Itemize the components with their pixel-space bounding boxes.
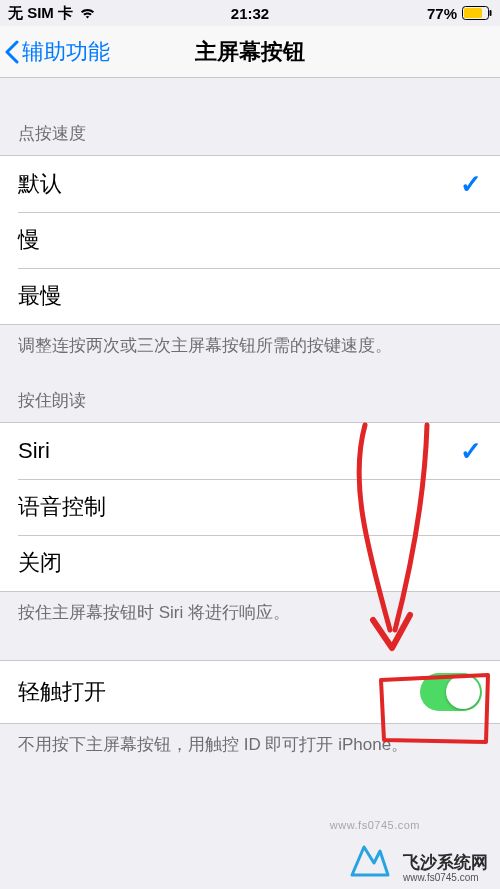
option-label: 语音控制 [18,492,106,522]
toggle-knob [446,675,480,709]
option-off[interactable]: 关闭 [0,535,500,591]
watermark-faint: www.fs0745.com [330,819,420,831]
time-label: 21:32 [231,5,269,22]
option-siri[interactable]: Siri ✓ [0,423,500,479]
rest-finger-toggle[interactable] [420,673,482,711]
wifi-icon [79,7,96,19]
svg-rect-2 [490,10,492,16]
rest-finger-label: 轻触打开 [18,677,106,707]
option-label: 默认 [18,169,62,199]
row-rest-finger: 轻触打开 [0,661,500,723]
watermark-brand-text: 飞沙系统网 [403,851,488,874]
option-label: Siri [18,438,50,464]
section-footer-rest-finger: 不用按下主屏幕按钮，用触控 ID 即可打开 iPhone。 [0,724,500,768]
checkmark-icon: ✓ [460,169,482,200]
option-label: 关闭 [18,548,62,578]
watermark-logo-icon [350,845,390,883]
group-press-hold: Siri ✓ 语音控制 关闭 [0,422,500,592]
carrier-label: 无 SIM 卡 [8,4,73,23]
checkmark-icon: ✓ [460,436,482,467]
battery-icon [462,6,492,20]
section-footer-press-hold: 按住主屏幕按钮时 Siri 将进行响应。 [0,592,500,636]
group-click-speed: 默认 ✓ 慢 最慢 [0,155,500,325]
svg-rect-1 [464,8,482,18]
section-footer-click-speed: 调整连按两次或三次主屏幕按钮所需的按键速度。 [0,325,500,369]
chevron-left-icon [4,40,20,64]
battery-percent: 77% [427,5,457,22]
option-label: 慢 [18,225,40,255]
watermark-url: www.fs0745.com [403,872,488,883]
watermark-brand: 飞沙系统网 www.fs0745.com [403,851,488,883]
back-button[interactable]: 辅助功能 [0,37,110,67]
option-slowest[interactable]: 最慢 [0,268,500,324]
option-slow[interactable]: 慢 [0,212,500,268]
option-voice-control[interactable]: 语音控制 [0,479,500,535]
back-label: 辅助功能 [22,37,110,67]
page-title: 主屏幕按钮 [195,37,305,67]
option-label: 最慢 [18,281,62,311]
nav-bar: 辅助功能 主屏幕按钮 [0,26,500,78]
group-rest-finger: 轻触打开 [0,660,500,724]
section-header-click-speed: 点按速度 [0,102,500,155]
option-default[interactable]: 默认 ✓ [0,156,500,212]
status-bar: 无 SIM 卡 21:32 77% [0,0,500,26]
section-header-press-hold: 按住朗读 [0,369,500,422]
